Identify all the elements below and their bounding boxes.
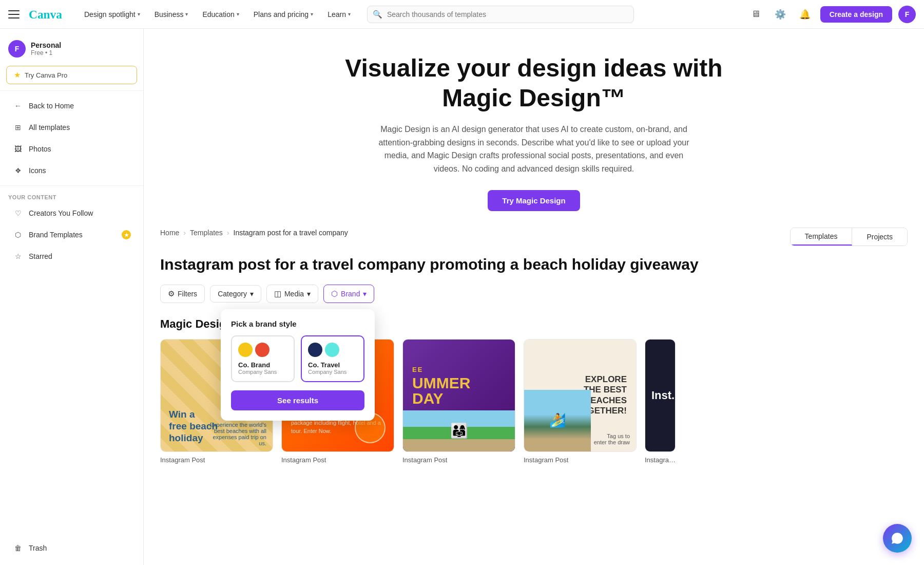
create-design-button[interactable]: Create a design	[820, 6, 892, 23]
tab-templates[interactable]: Templates	[791, 228, 853, 246]
sidebar-label-back: Back to Home	[29, 102, 74, 110]
brand-option-cobrand-font: Company Sans	[238, 369, 287, 375]
top-nav: Canva Design spotlight ▾ Business ▾ Educ…	[0, 0, 924, 29]
chevron-down-icon: ▾	[363, 290, 367, 298]
sidebar-item-icons[interactable]: ❖ Icons	[4, 160, 139, 181]
sidebar-label-brand-templates: Brand Templates	[29, 231, 83, 239]
settings-icon-btn[interactable]: ⚙️	[771, 5, 790, 24]
breadcrumb-sep-2: ›	[227, 229, 229, 237]
brand-swatches-cobrand	[238, 343, 287, 357]
chevron-down-icon: ▾	[250, 290, 254, 298]
star-icon: ☆	[12, 251, 24, 262]
chevron-down-icon: ▾	[348, 11, 351, 17]
sidebar-user-info: Personal Free • 1	[31, 41, 61, 56]
nav-learn[interactable]: Learn ▾	[321, 7, 357, 22]
canva-logo[interactable]: Canva	[29, 7, 66, 22]
sidebar-label-creators: Creators You Follow	[29, 209, 93, 217]
sidebar-label-icons: Icons	[29, 166, 46, 175]
app-body: F Personal Free • 1 ★ Try Canva Pro ← Ba…	[0, 29, 924, 565]
your-content-label: Your Content	[0, 190, 143, 202]
page-title: Instagram post for a travel company prom…	[160, 254, 908, 274]
template-card-3[interactable]: EE UMMERDAY EXPERIENCE THE PERFECT SUMME…	[402, 339, 515, 464]
main-content: Visualize your design ideas with Magic D…	[144, 29, 924, 565]
sidebar-label-starred: Starred	[29, 252, 52, 260]
sidebar-label-photos: Photos	[29, 145, 51, 153]
sidebar-divider-2	[0, 185, 143, 186]
sidebar-divider-1	[0, 90, 143, 91]
brand-icon: ⬡	[12, 229, 24, 240]
sidebar-item-starred[interactable]: ☆ Starred	[4, 246, 139, 267]
see-results-button[interactable]: See results	[231, 390, 364, 410]
brand-option-cotravel[interactable]: Co. Travel Company Sans	[301, 335, 364, 382]
nav-business[interactable]: Business ▾	[148, 7, 195, 22]
bell-icon-btn[interactable]: 🔔	[796, 5, 814, 24]
sidebar-user-name: Personal	[31, 41, 61, 49]
star-icon: ★	[14, 70, 21, 80]
breadcrumb-tabs-row: Home › Templates › Instagram post for a …	[160, 228, 908, 246]
try-magic-design-button[interactable]: Try Magic Design	[488, 190, 580, 211]
breadcrumb-templates[interactable]: Templates	[190, 229, 223, 237]
sidebar-item-photos[interactable]: 🖼 Photos	[4, 139, 139, 159]
template-card-img-3: EE UMMERDAY EXPERIENCE THE PERFECT SUMME…	[402, 339, 515, 452]
icons-icon: ❖	[12, 165, 24, 176]
chat-icon	[891, 532, 904, 545]
filters-button[interactable]: ⚙ Filters	[160, 285, 205, 303]
chevron-down-icon: ▾	[138, 11, 140, 17]
template-card-label-1: Instagram Post	[160, 456, 273, 464]
sidebar-item-back-home[interactable]: ← Back to Home	[4, 96, 139, 116]
sidebar-item-creators[interactable]: ♡ Creators You Follow	[4, 203, 139, 223]
breadcrumb-home[interactable]: Home	[160, 229, 179, 237]
brand-filter-button[interactable]: ⬡ Brand ▾	[323, 285, 374, 303]
template-card-5[interactable]: Inst... Instagram Post	[645, 339, 676, 464]
sidebar-label-trash: Trash	[29, 544, 47, 552]
media-button[interactable]: ◫ Media ▾	[266, 285, 318, 303]
breadcrumb: Home › Templates › Instagram post for a …	[160, 229, 348, 237]
trash-icon: 🗑	[12, 542, 24, 554]
swatch-red	[255, 343, 270, 357]
brand-swatches-cotravel	[308, 343, 357, 357]
chevron-down-icon: ▾	[185, 11, 188, 17]
try-canva-pro-button[interactable]: ★ Try Canva Pro	[6, 66, 137, 84]
sidebar-item-trash[interactable]: 🗑 Trash	[4, 538, 139, 558]
grid-icon: ⊞	[12, 122, 24, 133]
brand-option-cotravel-font: Company Sans	[308, 369, 357, 375]
template-card-label-5: Instagram Post	[645, 456, 676, 464]
brand-templates-badge: ★	[122, 230, 131, 239]
nav-links: Design spotlight ▾ Business ▾ Education …	[78, 7, 357, 22]
breadcrumb-sep-1: ›	[183, 229, 186, 237]
template-card-4[interactable]: EXPLORETHE BESTBEACHESTOGETHER! Tag us t…	[524, 339, 637, 464]
category-button[interactable]: Category ▾	[210, 285, 261, 303]
filter-bar: ⚙ Filters Category ▾ ◫ Media ▾ ⬡ Brand	[160, 285, 908, 303]
search-icon: 🔍	[373, 10, 382, 19]
avatar[interactable]: F	[898, 6, 916, 23]
brand-dropdown-title: Pick a brand style	[231, 319, 364, 328]
chat-widget[interactable]	[883, 524, 912, 553]
template-card-img-5: Inst...	[645, 339, 676, 452]
nav-design-spotlight[interactable]: Design spotlight ▾	[78, 7, 146, 22]
brand-option-cotravel-name: Co. Travel	[308, 361, 357, 369]
arrow-left-icon: ←	[12, 100, 24, 111]
sidebar-user-plan: Free • 1	[31, 49, 61, 56]
tab-projects[interactable]: Projects	[852, 228, 907, 246]
hamburger-menu[interactable]	[8, 7, 23, 22]
hero-description: Magic Design is an AI design generator t…	[375, 123, 693, 175]
brand-option-cobrand[interactable]: Co. Brand Company Sans	[231, 335, 295, 382]
breadcrumb-current: Instagram post for a travel company	[234, 229, 348, 237]
swatch-navy	[308, 343, 322, 357]
try-pro-label: Try Canva Pro	[25, 71, 67, 79]
tab-group: Templates Projects	[790, 228, 908, 246]
template-card-label-2: Instagram Post	[281, 456, 394, 464]
nav-plans[interactable]: Plans and pricing ▾	[247, 7, 319, 22]
photo-icon: 🖼	[12, 143, 24, 155]
monitor-icon-btn[interactable]: 🖥	[746, 5, 765, 24]
brand-filter-icon: ⬡	[331, 289, 338, 298]
search-input[interactable]	[367, 6, 634, 23]
media-icon: ◫	[274, 289, 281, 298]
swatch-yellow	[238, 343, 253, 357]
sidebar-item-all-templates[interactable]: ⊞ All templates	[4, 117, 139, 138]
template-card-label-3: Instagram Post	[402, 456, 515, 464]
brand-options: Co. Brand Company Sans Co. Travel C	[231, 335, 364, 382]
sidebar-item-brand-templates[interactable]: ⬡ Brand Templates ★	[4, 224, 139, 245]
nav-education[interactable]: Education ▾	[196, 7, 245, 22]
svg-text:Canva: Canva	[29, 8, 62, 21]
